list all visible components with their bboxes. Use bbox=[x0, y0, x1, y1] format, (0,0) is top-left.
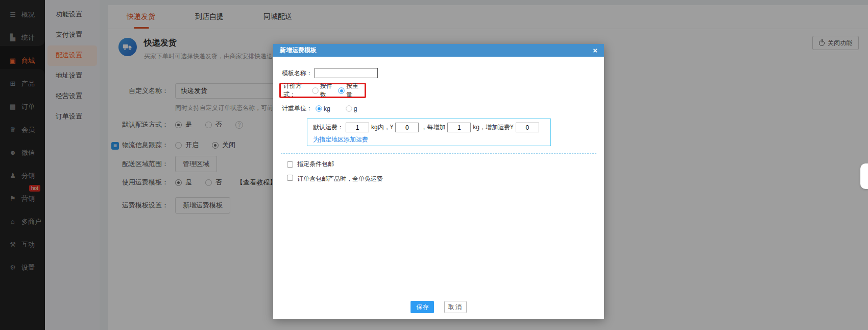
modal-title: 新增运费模板 bbox=[280, 46, 593, 55]
pricing-by-weight-label: 按重量 bbox=[346, 82, 361, 99]
free-shipping-condition-checkbox[interactable] bbox=[287, 161, 293, 168]
default-fee-box: 默认运费： kg内，¥ ，每增加 kg，增加运费¥ 为指定地区添加运费 bbox=[307, 119, 551, 146]
floating-widget[interactable] bbox=[860, 163, 868, 189]
unit-g-label: g bbox=[354, 105, 357, 112]
fee-increment-price-input[interactable] bbox=[516, 123, 539, 132]
free-shipping-condition-row: 指定条件包邮 bbox=[287, 160, 604, 169]
template-name-row: 模板名称： bbox=[282, 68, 604, 78]
save-button[interactable]: 保存 bbox=[411, 301, 434, 313]
add-fee-template-modal: 新增运费模板 × 模板名称： 计价方式： 按件数 按重量 计重单位： kg bbox=[273, 44, 604, 319]
pricing-by-piece-option[interactable]: 按件数 bbox=[312, 82, 335, 99]
template-name-input[interactable] bbox=[315, 68, 378, 78]
modal-header: 新增运费模板 × bbox=[273, 44, 604, 57]
pricing-by-weight-option[interactable]: 按重量 bbox=[338, 82, 361, 99]
unit-g-radio[interactable] bbox=[346, 105, 352, 111]
weight-unit-row: 计重单位： kg g bbox=[282, 104, 604, 113]
close-icon[interactable]: × bbox=[593, 46, 597, 54]
unit-kg-radio[interactable] bbox=[316, 105, 322, 111]
fee-increment-prefix: ，每增加 bbox=[421, 123, 445, 132]
app-window: ☰ 概况 ▙ 统计 ▣ 商城 ⊞ 产品 ▤ 订单 ♛ 会员 bbox=[0, 0, 868, 330]
unit-kg-option[interactable]: kg bbox=[316, 105, 330, 112]
pricing-by-weight-radio[interactable] bbox=[339, 87, 345, 93]
free-shipping-order-row: 订单含包邮产品时，全单免运费 bbox=[287, 175, 604, 181]
pricing-by-piece-label: 按件数 bbox=[320, 82, 335, 99]
fee-increment-suffix: kg，增加运费¥ bbox=[473, 123, 513, 132]
modal-footer: 保存 取消 bbox=[273, 301, 604, 313]
fee-within-input[interactable] bbox=[346, 123, 369, 132]
weight-unit-label: 计重单位： bbox=[282, 104, 312, 113]
fee-base-price-input[interactable] bbox=[395, 123, 419, 132]
pricing-method-highlight: 计价方式： 按件数 按重量 bbox=[279, 83, 366, 98]
pricing-by-piece-radio[interactable] bbox=[312, 87, 318, 93]
add-region-fee-link[interactable]: 为指定地区添加运费 bbox=[313, 135, 368, 144]
free-shipping-order-label: 订单含包邮产品时，全单免运费 bbox=[297, 175, 383, 181]
template-name-label: 模板名称： bbox=[282, 69, 312, 78]
dashed-divider bbox=[281, 153, 596, 154]
free-shipping-order-checkbox[interactable] bbox=[287, 175, 293, 181]
pricing-method-label: 计价方式： bbox=[283, 82, 310, 99]
fee-increment-input[interactable] bbox=[447, 123, 471, 132]
unit-g-option[interactable]: g bbox=[346, 105, 357, 112]
free-shipping-condition-label: 指定条件包邮 bbox=[297, 160, 334, 169]
fee-within-suffix: kg内，¥ bbox=[371, 123, 393, 132]
cancel-button[interactable]: 取消 bbox=[444, 301, 467, 313]
default-fee-label: 默认运费： bbox=[313, 123, 344, 132]
default-fee-line: 默认运费： kg内，¥ ，每增加 kg，增加运费¥ bbox=[313, 123, 550, 132]
unit-kg-label: kg bbox=[324, 105, 330, 112]
